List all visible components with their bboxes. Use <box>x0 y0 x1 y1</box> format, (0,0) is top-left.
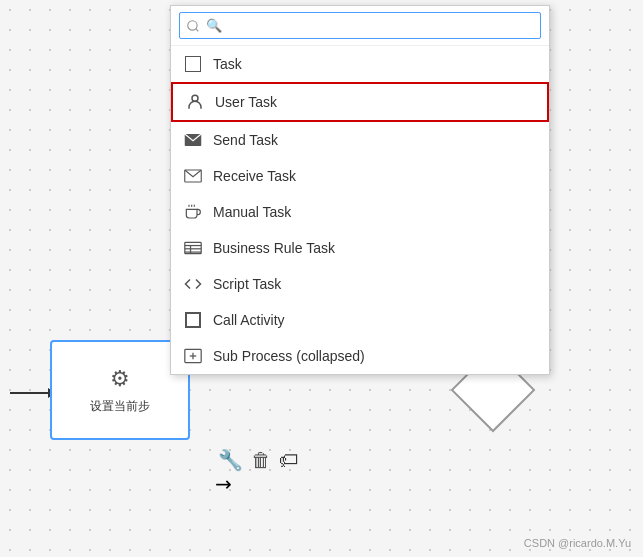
manual-task-icon <box>183 202 203 222</box>
menu-item-task[interactable]: Task <box>171 46 549 82</box>
node-label: 设置当前步 <box>90 398 150 415</box>
menu-item-sub-process[interactable]: Sub Process (collapsed) <box>171 338 549 374</box>
send-task-icon <box>183 130 203 150</box>
user-task-label: User Task <box>215 94 277 110</box>
call-activity-label: Call Activity <box>213 312 285 328</box>
receive-task-icon <box>183 166 203 186</box>
trash-icon[interactable]: 🗑 <box>251 449 271 472</box>
wrench-icon[interactable]: 🔧 <box>218 448 243 472</box>
script-task-icon <box>183 274 203 294</box>
call-activity-icon <box>183 310 203 330</box>
task-icon <box>183 54 203 74</box>
node-gear-icon: ⚙ <box>110 366 130 392</box>
task-type-dropdown: Task User Task Send Task <box>170 5 550 375</box>
business-rule-task-icon <box>183 238 203 258</box>
menu-list: Task User Task Send Task <box>171 46 549 374</box>
task-label: Task <box>213 56 242 72</box>
menu-item-business-rule-task[interactable]: Business Rule Task <box>171 230 549 266</box>
menu-item-user-task[interactable]: User Task <box>171 82 549 122</box>
menu-item-send-task[interactable]: Send Task <box>171 122 549 158</box>
menu-item-call-activity[interactable]: Call Activity <box>171 302 549 338</box>
script-task-label: Script Task <box>213 276 281 292</box>
workflow-node[interactable]: ⚙ 设置当前步 <box>50 340 190 440</box>
send-task-label: Send Task <box>213 132 278 148</box>
sub-process-label: Sub Process (collapsed) <box>213 348 365 364</box>
search-input[interactable] <box>179 12 541 39</box>
user-task-icon <box>185 92 205 112</box>
menu-item-receive-task[interactable]: Receive Task <box>171 158 549 194</box>
menu-item-script-task[interactable]: Script Task <box>171 266 549 302</box>
svg-point-0 <box>192 95 198 101</box>
tag-icon[interactable]: 🏷 <box>279 449 299 472</box>
manual-task-label: Manual Task <box>213 204 291 220</box>
business-rule-task-label: Business Rule Task <box>213 240 335 256</box>
arrow-line <box>10 392 48 394</box>
sub-process-icon <box>183 346 203 366</box>
node-toolbar: 🔧 🗑 🏷 <box>218 448 299 472</box>
menu-item-manual-task[interactable]: Manual Task <box>171 194 549 230</box>
watermark: CSDN @ricardo.M.Yu <box>524 537 631 549</box>
search-box <box>171 6 549 46</box>
receive-task-label: Receive Task <box>213 168 296 184</box>
